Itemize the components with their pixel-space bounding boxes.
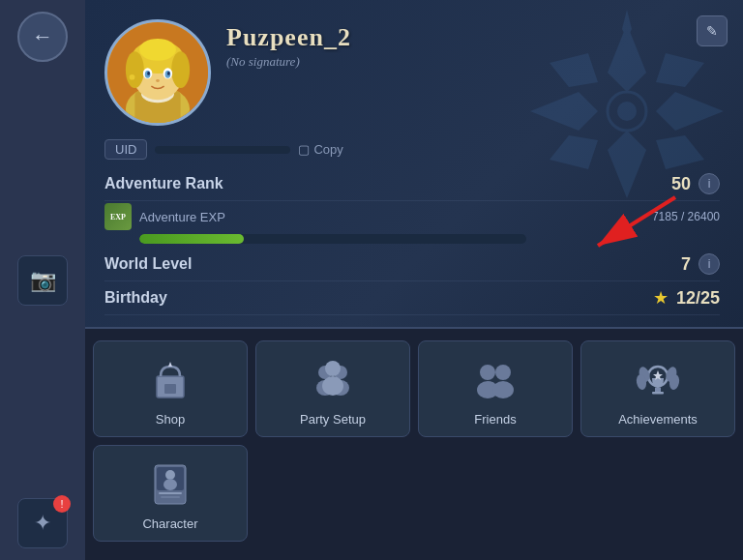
uid-row: UID ▢ Copy	[104, 139, 720, 160]
svg-point-20	[126, 51, 144, 88]
copy-button[interactable]: ▢ Copy	[298, 142, 342, 157]
exp-icon: EXP	[104, 203, 132, 230]
birthday-row: Birthday ★ 12/25	[104, 281, 720, 315]
svg-point-22	[139, 39, 176, 61]
svg-point-41	[322, 376, 343, 396]
username: Puzpeen_2	[226, 23, 720, 52]
world-level-label: World Level	[104, 255, 192, 273]
menu-item-shop[interactable]: Shop	[93, 340, 248, 437]
birthday-value: 12/25	[676, 288, 720, 309]
uid-label: UID	[104, 139, 147, 160]
edit-icon: ✎	[706, 23, 718, 40]
camera-icon: 📷	[30, 268, 56, 293]
red-arrow-annotation	[569, 188, 685, 269]
birthday-value-group: ★ 12/25	[653, 287, 720, 309]
menu-item-achievements[interactable]: Achievements	[580, 340, 735, 437]
back-button[interactable]: ←	[17, 12, 68, 62]
svg-marker-35	[168, 362, 172, 367]
shop-icon	[146, 356, 194, 404]
gift-icon: ✦	[34, 511, 51, 536]
character-icon	[146, 460, 194, 509]
profile-panel: ✎	[85, 0, 743, 329]
back-icon: ←	[32, 24, 53, 49]
svg-point-56	[165, 470, 175, 480]
notification-badge: !	[53, 495, 71, 513]
shop-label: Shop	[156, 412, 185, 427]
svg-point-27	[147, 72, 150, 75]
svg-rect-59	[161, 496, 180, 498]
svg-point-21	[171, 51, 190, 88]
svg-line-32	[598, 197, 675, 246]
exp-icon-text: EXP	[110, 213, 126, 221]
edit-button[interactable]: ✎	[697, 15, 728, 46]
adventure-rank-label: Adventure Rank	[104, 175, 223, 192]
svg-point-44	[495, 365, 511, 380]
avatar	[104, 19, 211, 126]
svg-rect-52	[652, 392, 664, 395]
menu-item-party-setup[interactable]: Party Setup	[255, 340, 410, 437]
camera-button[interactable]: 📷	[17, 255, 68, 306]
sidebar: ← 📷 ✦ !	[0, 0, 85, 560]
menu-item-friends[interactable]: Friends	[418, 340, 573, 437]
gift-button[interactable]: ✦ !	[17, 498, 68, 548]
signature: (No signature)	[226, 54, 720, 70]
svg-point-30	[130, 74, 135, 80]
party-setup-icon	[309, 356, 357, 404]
svg-point-29	[156, 79, 160, 82]
svg-rect-51	[655, 388, 661, 392]
character-avatar	[107, 22, 208, 123]
copy-label: Copy	[313, 142, 342, 157]
svg-point-57	[163, 479, 177, 490]
star-icon: ★	[653, 287, 669, 309]
adventure-rank-info-button[interactable]: i	[698, 173, 720, 194]
uid-value-bar	[155, 146, 290, 154]
svg-point-28	[167, 72, 170, 75]
character-label: Character	[142, 516, 197, 531]
svg-point-40	[325, 361, 341, 376]
adventure-exp-label: Adventure EXP	[139, 210, 225, 224]
exp-bar-fill	[139, 234, 244, 244]
menu-grid: Shop Party Setup	[85, 329, 743, 553]
achievements-label: Achievements	[618, 412, 698, 427]
copy-icon: ▢	[298, 142, 310, 157]
svg-point-42	[480, 365, 495, 380]
svg-point-45	[492, 381, 514, 398]
party-setup-label: Party Setup	[300, 412, 366, 427]
svg-rect-34	[164, 384, 176, 394]
friends-icon	[471, 356, 520, 404]
world-level-info-button[interactable]: i	[698, 253, 720, 275]
world-level-value-group: 7 i	[681, 253, 720, 275]
friends-label: Friends	[474, 412, 516, 427]
exp-bar-background	[139, 234, 526, 244]
achievements-icon	[634, 356, 682, 404]
profile-info: Puzpeen_2 (No signature)	[226, 19, 720, 70]
birthday-label: Birthday	[104, 289, 167, 307]
svg-rect-58	[159, 492, 182, 494]
profile-header: Puzpeen_2 (No signature)	[104, 19, 720, 126]
menu-item-character[interactable]: Character	[93, 445, 248, 542]
main-content: ✎	[85, 0, 743, 560]
